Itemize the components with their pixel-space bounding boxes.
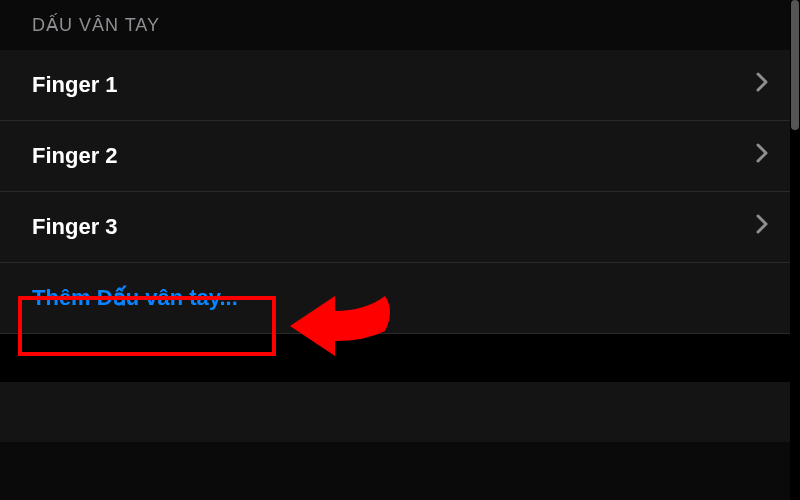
section-gap (0, 334, 800, 382)
section-header-fingerprints: DẤU VÂN TAY (0, 0, 800, 50)
list-item[interactable]: Finger 1 (0, 50, 800, 121)
fingerprint-label: Finger 2 (32, 143, 118, 169)
scrollbar-track (790, 0, 800, 500)
chevron-right-icon (756, 214, 768, 240)
settings-screen: DẤU VÂN TAY Finger 1 Finger 2 Finger 3 T… (0, 0, 800, 500)
add-fingerprint-button[interactable]: Thêm Dấu vân tay... (0, 263, 800, 334)
chevron-right-icon (756, 72, 768, 98)
add-fingerprint-label: Thêm Dấu vân tay... (32, 285, 238, 310)
scrollbar-thumb[interactable] (791, 0, 799, 130)
list-item[interactable]: Finger 3 (0, 192, 800, 263)
fingerprint-list: Finger 1 Finger 2 Finger 3 Thêm Dấu vân … (0, 50, 800, 334)
list-item[interactable]: Finger 2 (0, 121, 800, 192)
next-section (0, 382, 800, 442)
fingerprint-label: Finger 1 (32, 72, 118, 98)
chevron-right-icon (756, 143, 768, 169)
fingerprint-label: Finger 3 (32, 214, 118, 240)
